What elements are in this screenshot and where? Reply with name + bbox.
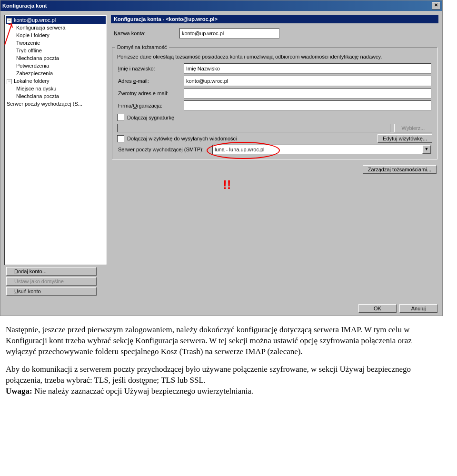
tree-item-smtp[interactable]: Serwer poczty wychodzącej (S... <box>6 100 106 108</box>
tree-item[interactable]: Niechciana poczta <box>6 54 106 62</box>
tree-item[interactable]: Zabezpieczenia <box>6 69 106 77</box>
signature-path-input <box>117 124 390 132</box>
account-tree[interactable]: −konto@up.wroc.pl Konfiguracja serwera K… <box>4 15 107 265</box>
smtp-dropdown[interactable]: luna - luna.up.wroc.pl ▼ <box>212 145 431 154</box>
edit-vcard-button[interactable]: Edytuj wizytówkę... <box>378 134 432 143</box>
add-account-button[interactable]: DDodaj konto...odaj konto... <box>6 267 97 276</box>
identity-fieldset: Domyślna tożsamość Poniższe dane określa… <box>112 44 437 159</box>
tree-item[interactable]: Konfiguracja serwera <box>6 24 106 31</box>
vcard-checkbox[interactable] <box>117 135 124 142</box>
signature-checkbox[interactable] <box>117 114 124 121</box>
name-input[interactable] <box>184 63 431 74</box>
main-panel: Konfiguracja konta - <konto@up.wroc.pl> … <box>111 15 438 298</box>
smtp-value: luna - luna.up.wroc.pl <box>213 147 422 152</box>
tree-root-local[interactable]: −Lokalne foldery <box>6 77 106 85</box>
email-label: Adres e-mail:Adres e-mail: <box>118 78 180 84</box>
signature-label: Dołączaj sygnaturkę <box>127 115 174 120</box>
tree-item[interactable]: Niechciana poczta <box>6 92 106 100</box>
account-name-input[interactable] <box>179 28 279 39</box>
manage-identities-button[interactable]: Zarządzaj tożsamościami... <box>363 165 437 174</box>
tree-item[interactable]: Potwierdzenia <box>6 62 106 69</box>
tree-item[interactable]: Tryb offline <box>6 47 106 54</box>
config-window: Konfiguracja kont ✕ −konto@up.wroc.pl Ko… <box>0 0 443 316</box>
org-input[interactable] <box>184 100 431 111</box>
reply-label: Zwrotny adres e-mail: <box>118 90 180 96</box>
tree-item[interactable]: Miejsce na dysku <box>6 85 106 92</box>
reply-input[interactable] <box>184 88 431 99</box>
panel-title: Konfiguracja konta - <konto@up.wroc.pl> <box>111 15 438 23</box>
tree-root-account[interactable]: −konto@up.wroc.pl <box>6 16 106 24</box>
collapse-icon[interactable]: − <box>7 18 12 23</box>
tree-item[interactable]: Tworzenie <box>6 39 106 47</box>
name-label: Imię i nazwisko:Imię i nazwisko: <box>118 66 180 71</box>
identity-hint: Poniższe dane określają tożsamość posiad… <box>117 54 432 60</box>
titlebar: Konfiguracja kont ✕ <box>0 0 442 11</box>
cancel-button[interactable]: Anuluj <box>399 304 437 313</box>
left-buttons: DDodaj konto...odaj konto... Ustaw jako … <box>4 265 107 298</box>
instruction-text: Następnie, jeszcze przed pierwszym zalog… <box>6 325 439 397</box>
email-input[interactable] <box>184 76 431 86</box>
ok-button[interactable]: OK <box>358 304 397 313</box>
tree-root-label: Lokalne foldery <box>14 78 50 84</box>
annotation-exclaim-icon: !! <box>223 178 231 192</box>
window-title: Konfiguracja kont <box>2 3 47 9</box>
instruction-p1: Następnie, jeszcze przed pierwszym zalog… <box>6 325 439 357</box>
close-icon[interactable]: ✕ <box>432 2 440 10</box>
org-label: Firma/Organizacja:Firma/Organizacja: <box>118 103 180 109</box>
account-name-label: Nazwa konta:Nazwa konta: <box>114 30 176 36</box>
tree-root-label: konto@up.wroc.pl <box>14 17 56 23</box>
identity-legend: Domyślna tożsamość <box>115 44 169 50</box>
remove-account-button[interactable]: Usuń kontoUsuń konto <box>6 287 97 296</box>
chevron-down-icon[interactable]: ▼ <box>422 145 431 154</box>
collapse-icon[interactable]: − <box>7 79 12 84</box>
choose-button: Wybierz... <box>394 124 432 132</box>
set-default-button: Ustaw jako domyślne <box>6 277 97 286</box>
instruction-p2: Aby do komunikacji z serwerem poczty prz… <box>6 364 439 397</box>
warning-label: Uwaga: <box>6 387 32 396</box>
dialog-buttons: OK Anuluj <box>0 301 442 316</box>
vcard-label: Dołączaj wizytówkę do wysyłanych wiadomo… <box>127 136 237 141</box>
smtp-label: Serwer poczty wychodzącej (SMTP): <box>118 147 209 152</box>
tree-item[interactable]: Kopie i foldery <box>6 31 106 39</box>
